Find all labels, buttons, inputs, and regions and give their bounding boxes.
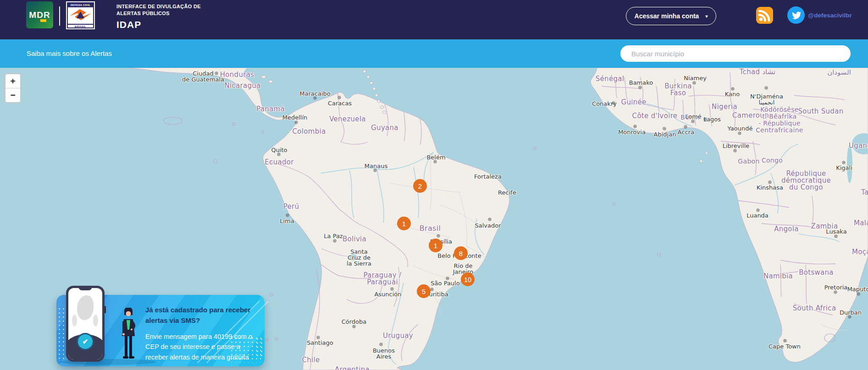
city-marker-icon [738,132,741,135]
twitter-icon[interactable] [787,6,805,24]
city-marker-icon [768,181,772,184]
city-marker-icon [446,277,449,280]
city-marker-icon [731,87,735,91]
city-marker-icon [215,72,218,75]
city-marker-icon [286,214,289,217]
banner-body-text: Envie mensagem para 40199 com o CEP de s… [145,332,261,362]
city-marker-icon [353,325,356,328]
city-marker-icon [784,339,787,343]
city-marker-icon [380,343,383,346]
city-marker-icon [391,288,394,291]
alert-cluster-marker[interactable]: 1 [397,217,411,230]
app-header: MDR DEFESA CIVIL BRASIL INTERFACE DE DIV… [0,0,868,39]
person-illustration [118,308,139,362]
city-marker-icon [338,96,341,99]
city-marker-icon [857,293,860,296]
defesa-civil-logo: DEFESA CIVIL BRASIL [66,1,95,29]
account-button[interactable]: Acessar minha conta ▾ [626,7,716,25]
city-marker-icon [693,82,696,85]
search-input[interactable] [620,45,851,62]
city-marker-icon [295,121,298,124]
mdr-logo-text: MDR [29,10,50,20]
city-marker-icon [437,234,440,238]
rss-icon[interactable] [756,7,773,24]
city-marker-icon [314,97,317,100]
sub-header-bar: Saiba mais sobre os Alertas [0,39,868,68]
map[interactable]: + − HondurasNicaraguaPanamáVenezuelaColo… [0,68,868,370]
city-marker-icon [488,218,492,221]
alert-cluster-marker[interactable]: 1 [429,239,442,252]
logo-divider [59,6,60,26]
city-marker-icon [765,87,768,90]
app-title-line1: INTERFACE DE DIVULGAÇÃO DE [116,3,201,10]
alert-cluster-marker[interactable]: 10 [461,272,475,286]
app-title-line2: ALERTAS PÚBLICOS [116,10,201,17]
city-marker-icon [834,291,837,294]
city-marker-icon [734,149,737,152]
city-marker-icon [757,209,760,212]
app-name: IDAP [116,19,201,30]
defesa-civil-logo-bottom-text: BRASIL [68,24,93,29]
twitter-handle-link[interactable]: @defesacivilbr [808,7,852,24]
city-marker-icon [431,288,434,291]
city-marker-icon [612,102,615,105]
city-marker-icon [691,120,695,123]
city-marker-icon [333,239,337,243]
banner-heading: Já está cadastrado para receber alertas … [145,305,261,326]
city-marker-icon [374,169,377,172]
city-marker-icon [277,153,281,156]
zoom-out-button[interactable]: − [6,88,20,102]
city-marker-icon [835,235,838,238]
mdr-logo: MDR [26,1,53,28]
phone-illustration: ✔ [66,286,105,362]
learn-more-link[interactable]: Saiba mais sobre os Alertas [27,39,112,68]
city-marker-icon [639,86,642,89]
map-zoom-control: + − [5,73,21,103]
city-marker-icon [317,336,320,339]
zoom-in-button[interactable]: + [6,74,20,88]
city-marker-icon [434,160,437,163]
account-button-label: Acessar minha conta [635,12,699,20]
alert-cluster-marker[interactable]: 2 [413,179,427,193]
check-icon: ✔ [77,333,94,350]
defesa-civil-emblem-icon [68,7,93,24]
alert-cluster-marker[interactable]: 5 [417,284,431,298]
city-marker-icon [684,125,687,129]
city-marker-icon [848,316,851,319]
city-marker-icon [704,118,707,121]
app-title-block: INTERFACE DE DIVULGAÇÃO DE ALERTAS PÚBLI… [116,3,201,30]
city-marker-icon [842,161,846,164]
alert-cluster-marker[interactable]: 8 [454,246,468,260]
city-marker-icon [663,127,666,131]
defesa-civil-logo-top-text: DEFESA CIVIL [68,3,93,7]
city-marker-icon [634,125,637,128]
chevron-down-icon: ▾ [705,14,708,19]
sms-banner: ✔ Já está cadastrado para receber alerta… [56,295,265,366]
